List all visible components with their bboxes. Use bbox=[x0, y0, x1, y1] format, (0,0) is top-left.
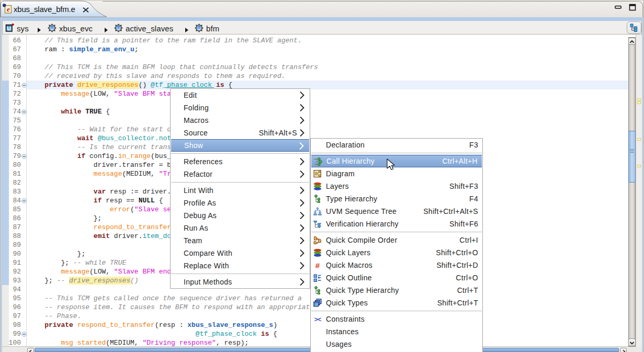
svg-text:e: e bbox=[7, 5, 10, 13]
svg-text:><: >< bbox=[314, 316, 321, 324]
svg-text:U: U bbox=[7, 26, 11, 31]
svg-text:U: U bbox=[51, 26, 54, 31]
svg-text:U: U bbox=[198, 26, 201, 31]
svg-text:#: # bbox=[315, 261, 320, 269]
svg-text:U: U bbox=[117, 26, 120, 31]
